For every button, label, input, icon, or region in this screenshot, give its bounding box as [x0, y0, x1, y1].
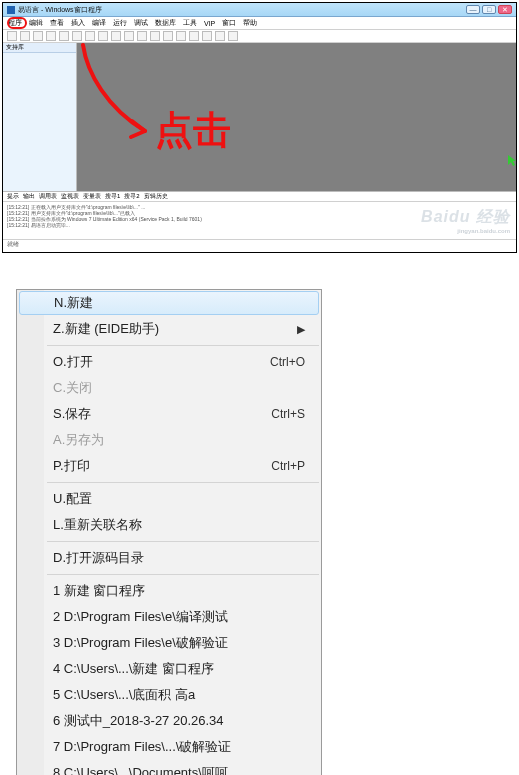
- menu-item[interactable]: 6 测试中_2018-3-27 20.26.34: [17, 708, 321, 734]
- menu-item[interactable]: U.配置: [17, 486, 321, 512]
- menu-compile[interactable]: 编译: [92, 18, 106, 28]
- menu-item-label: 8 C:\Users\...\Documents\呵呵: [53, 764, 228, 775]
- output-tab[interactable]: 输出: [23, 192, 35, 201]
- toolbar-button[interactable]: [137, 31, 147, 41]
- menu-item-label: Z.新建 (EIDE助手): [53, 320, 159, 338]
- menu-database[interactable]: 数据库: [155, 18, 176, 28]
- menu-vip[interactable]: VIP: [204, 20, 215, 27]
- menu-item-label: C.关闭: [53, 379, 92, 397]
- menu-debug[interactable]: 调试: [134, 18, 148, 28]
- output-tab[interactable]: 搜寻1: [105, 192, 120, 201]
- toolbar-button[interactable]: [85, 31, 95, 41]
- watermark: Baidu 经验 jingyan.baidu.com: [421, 207, 510, 234]
- toolbar-button[interactable]: [59, 31, 69, 41]
- status-text: 就绪: [7, 240, 19, 249]
- side-panel-body[interactable]: [3, 53, 76, 191]
- maximize-button[interactable]: □: [482, 5, 496, 14]
- menu-item-label: A.另存为: [53, 431, 104, 449]
- menu-item[interactable]: 4 C:\Users\...\新建 窗口程序: [17, 656, 321, 682]
- menu-item[interactable]: N.新建: [19, 291, 319, 315]
- toolbar-button[interactable]: [111, 31, 121, 41]
- titlebar: 易语言 - Windows窗口程序 — □ ✕: [3, 3, 516, 17]
- menu-item[interactable]: S.保存Ctrl+S: [17, 401, 321, 427]
- toolbar-button[interactable]: [72, 31, 82, 41]
- menu-item-label: P.打印: [53, 457, 90, 475]
- toolbar-button[interactable]: [20, 31, 30, 41]
- file-context-menu: N.新建Z.新建 (EIDE助手)▶O.打开Ctrl+OC.关闭S.保存Ctrl…: [16, 289, 322, 775]
- toolbar-button[interactable]: [163, 31, 173, 41]
- menu-item-label: 5 C:\Users\...\底面积 高a: [53, 686, 195, 704]
- menu-shortcut: Ctrl+O: [270, 355, 305, 369]
- window-title: 易语言 - Windows窗口程序: [18, 5, 102, 15]
- menu-item[interactable]: O.打开Ctrl+O: [17, 349, 321, 375]
- toolbar: [3, 30, 516, 43]
- menu-item-label: L.重新关联名称: [53, 516, 142, 534]
- app-icon: [7, 6, 15, 14]
- menu-item-label: 6 测试中_2018-3-27 20.26.34: [53, 712, 224, 730]
- toolbar-button[interactable]: [189, 31, 199, 41]
- menu-item-label: O.打开: [53, 353, 93, 371]
- statusbar: 就绪: [3, 239, 516, 249]
- output-tab[interactable]: 变量表: [83, 192, 101, 201]
- menu-tools[interactable]: 工具: [183, 18, 197, 28]
- menu-window[interactable]: 窗口: [222, 18, 236, 28]
- menu-item[interactable]: Z.新建 (EIDE助手)▶: [17, 316, 321, 342]
- menu-item[interactable]: P.打印Ctrl+P: [17, 453, 321, 479]
- minimize-button[interactable]: —: [466, 5, 480, 14]
- window-buttons: — □ ✕: [466, 5, 512, 14]
- design-canvas[interactable]: 点击: [77, 43, 516, 191]
- toolbar-button[interactable]: [150, 31, 160, 41]
- menu-item[interactable]: 3 D:\Program Files\e\破解验证: [17, 630, 321, 656]
- submenu-arrow-icon: ▶: [297, 323, 305, 336]
- menu-separator: [47, 482, 319, 483]
- toolbar-button[interactable]: [33, 31, 43, 41]
- annotation-text: 点击: [155, 109, 231, 151]
- menu-item-label: D.打开源码目录: [53, 549, 144, 567]
- menu-item[interactable]: 2 D:\Program Files\e\编译测试: [17, 604, 321, 630]
- menu-item-label: S.保存: [53, 405, 91, 423]
- menu-item[interactable]: 1 新建 窗口程序: [17, 578, 321, 604]
- cursor-icon: [508, 155, 516, 167]
- close-button[interactable]: ✕: [498, 5, 512, 14]
- menu-insert[interactable]: 插入: [71, 18, 85, 28]
- menu-view[interactable]: 查看: [50, 18, 64, 28]
- menu-program[interactable]: 程序: [8, 18, 22, 28]
- menu-separator: [47, 574, 319, 575]
- menu-item-label: 2 D:\Program Files\e\编译测试: [53, 608, 228, 626]
- toolbar-button[interactable]: [124, 31, 134, 41]
- toolbar-button[interactable]: [7, 31, 17, 41]
- menu-item[interactable]: D.打开源码目录: [17, 545, 321, 571]
- workspace: 支持库 点击: [3, 43, 516, 191]
- toolbar-button[interactable]: [215, 31, 225, 41]
- menu-item-label: 7 D:\Program Files\...\破解验证: [53, 738, 231, 756]
- menu-run[interactable]: 运行: [113, 18, 127, 28]
- output-tab[interactable]: 监视表: [61, 192, 79, 201]
- toolbar-button[interactable]: [176, 31, 186, 41]
- menu-item[interactable]: 7 D:\Program Files\...\破解验证: [17, 734, 321, 760]
- menu-item-label: 1 新建 窗口程序: [53, 582, 145, 600]
- side-panel-header: 支持库: [3, 43, 76, 53]
- output-tab[interactable]: 搜寻2: [124, 192, 139, 201]
- menu-separator: [47, 541, 319, 542]
- output-tab[interactable]: 提示: [7, 192, 19, 201]
- menu-item: A.另存为: [17, 427, 321, 453]
- app-window: 易语言 - Windows窗口程序 — □ ✕ 程序 编辑 查看 插入 编译 运…: [2, 2, 517, 253]
- menu-item[interactable]: 8 C:\Users\...\Documents\呵呵: [17, 760, 321, 775]
- menu-item: C.关闭: [17, 375, 321, 401]
- output-tab[interactable]: 调用表: [39, 192, 57, 201]
- menu-edit[interactable]: 编辑: [29, 18, 43, 28]
- toolbar-button[interactable]: [228, 31, 238, 41]
- side-panel: 支持库: [3, 43, 77, 191]
- toolbar-button[interactable]: [46, 31, 56, 41]
- output-tab[interactable]: 剪辑历史: [144, 192, 168, 201]
- output-tabs: 提示 输出 调用表 监视表 变量表 搜寻1 搜寻2 剪辑历史: [3, 192, 516, 202]
- toolbar-button[interactable]: [202, 31, 212, 41]
- menu-item[interactable]: L.重新关联名称: [17, 512, 321, 538]
- menubar: 程序 编辑 查看 插入 编译 运行 调试 数据库 工具 VIP 窗口 帮助: [3, 17, 516, 30]
- menu-item-label: U.配置: [53, 490, 92, 508]
- menu-help[interactable]: 帮助: [243, 18, 257, 28]
- menu-item[interactable]: 5 C:\Users\...\底面积 高a: [17, 682, 321, 708]
- toolbar-button[interactable]: [98, 31, 108, 41]
- menu-item-label: N.新建: [54, 294, 93, 312]
- spacer: [0, 255, 519, 289]
